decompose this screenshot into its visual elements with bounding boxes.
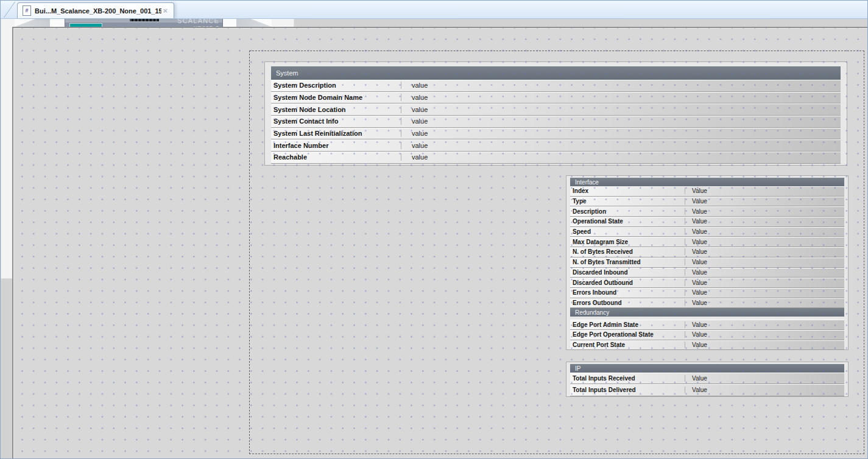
row-label: System Last Reinitialization xyxy=(271,130,401,137)
row-label: Reachable xyxy=(271,153,401,161)
row-value: Value xyxy=(685,269,844,276)
faceplate-editor-window: # Bui...M_Scalance_XB-200_None_001_150 ×… xyxy=(0,0,868,459)
ip-table-rows: Total Inputs ReceivedValueTotal Inputs D… xyxy=(570,373,844,396)
tab-bar: # Bui...M_Scalance_XB-200_None_001_150 × xyxy=(1,1,867,19)
row-value: Value xyxy=(685,187,844,194)
row-value: Value xyxy=(685,239,844,245)
tab-title: Bui...M_Scalance_XB-200_None_001_150 xyxy=(35,7,161,15)
interface-table[interactable]: Interface IndexValueTypeValueDescription… xyxy=(566,175,849,350)
row-label: Description xyxy=(570,208,685,215)
row-label: Discarded Outbound xyxy=(570,279,685,286)
tab-faceplate[interactable]: # Bui...M_Scalance_XB-200_None_001_150 × xyxy=(17,2,174,18)
row-value: value xyxy=(401,82,841,89)
row-value: value xyxy=(401,130,841,137)
row-value: value xyxy=(401,142,841,149)
row-value: Value xyxy=(685,259,844,265)
row-value: value xyxy=(401,153,841,161)
row-value: Value xyxy=(685,208,844,215)
redundancy-table-rows: Edge Port Admin StateValueEdge Port Oper… xyxy=(570,320,844,350)
row-label: Speed xyxy=(570,228,685,235)
ip-table-header: IP xyxy=(570,364,844,373)
table-row: Edge Port Admin StateValue xyxy=(570,320,844,330)
table-row: Interface Numbervalue xyxy=(271,139,841,152)
row-label: System Node Domain Name xyxy=(271,94,401,101)
row-label: Total Inputs Received xyxy=(570,375,685,382)
row-label: System Contact Info xyxy=(271,117,401,125)
system-table-rows: System DescriptionvalueSystem Node Domai… xyxy=(271,80,841,164)
row-label: Current Port State xyxy=(570,342,685,348)
table-row: N. of Bytes ReceivedValue xyxy=(570,247,844,258)
row-value: Value xyxy=(685,218,844,225)
row-label: System Description xyxy=(271,82,401,89)
tab-close-icon[interactable]: × xyxy=(161,7,169,15)
interface-table-rows: IndexValueTypeValueDescriptionValueOpera… xyxy=(570,186,844,308)
table-row: Discarded InboundValue xyxy=(570,268,844,278)
row-label: N. of Bytes Transmitted xyxy=(570,259,685,265)
row-value: Value xyxy=(685,248,844,255)
row-label: Interface Number xyxy=(271,142,401,149)
table-row: Total Inputs ReceivedValue xyxy=(570,373,844,384)
row-value: value xyxy=(401,106,841,113)
row-label: Errors Inbound xyxy=(570,289,685,296)
redundancy-table-header: Redundancy xyxy=(570,308,844,317)
row-label: Index xyxy=(570,187,685,194)
row-value: Value xyxy=(685,279,844,286)
row-label: Edge Port Operational State xyxy=(570,331,685,338)
table-row: System Node Locationvalue xyxy=(271,103,841,116)
row-value: Value xyxy=(685,342,844,348)
table-row: Discarded OutboundValue xyxy=(570,278,844,288)
table-row: DescriptionValue xyxy=(570,206,844,217)
table-row: Total Inputs DeliveredValue xyxy=(570,384,844,396)
table-row: Current Port StateValue xyxy=(570,340,844,351)
row-value: Value xyxy=(685,228,844,235)
row-label: System Node Location xyxy=(271,106,401,113)
system-table[interactable]: System System DescriptionvalueSystem Nod… xyxy=(264,61,847,166)
table-row: System Last Reinitializationvalue xyxy=(271,128,841,140)
table-row: SpeedValue xyxy=(570,227,844,237)
row-value: Value xyxy=(685,321,844,328)
row-label: N. of Bytes Received xyxy=(570,248,685,255)
table-row: System Contact Infovalue xyxy=(271,116,841,128)
row-value: Value xyxy=(685,198,844,205)
table-row: Max Datagram SizeValue xyxy=(570,237,844,247)
faceplate-document-icon: # xyxy=(23,5,31,16)
table-row: IndexValue xyxy=(570,186,844,197)
table-row: Edge Port Operational StateValue xyxy=(570,330,844,340)
table-row: Errors InboundValue xyxy=(570,288,844,298)
table-row: System Descriptionvalue xyxy=(271,80,841,92)
row-label: Discarded Inbound xyxy=(570,269,685,276)
row-label: Max Datagram Size xyxy=(570,239,685,245)
row-value: Value xyxy=(685,387,844,393)
row-label: Total Inputs Delivered xyxy=(570,387,685,393)
row-value: Value xyxy=(685,331,844,338)
system-table-header: System xyxy=(271,66,841,80)
row-value: Value xyxy=(685,289,844,296)
row-value: Value xyxy=(685,300,844,306)
row-label: Errors Outbound xyxy=(570,300,685,306)
table-row: Errors OutboundValue xyxy=(570,298,844,309)
table-row: System Node Domain Namevalue xyxy=(271,92,841,104)
row-value: value xyxy=(401,94,841,101)
row-value: Value xyxy=(685,375,844,382)
row-label: Edge Port Admin State xyxy=(570,321,685,328)
row-value: value xyxy=(401,117,841,125)
interface-table-header: Interface xyxy=(570,178,844,186)
row-label: Type xyxy=(570,198,685,205)
table-row: Reachablevalue xyxy=(271,152,841,164)
table-row: N. of Bytes TransmittedValue xyxy=(570,258,844,268)
table-row: Operational StateValue xyxy=(570,217,844,227)
table-row: TypeValue xyxy=(570,197,844,207)
row-label: Operational State xyxy=(570,218,685,225)
ip-table[interactable]: IP Total Inputs ReceivedValueTotal Input… xyxy=(566,362,849,397)
